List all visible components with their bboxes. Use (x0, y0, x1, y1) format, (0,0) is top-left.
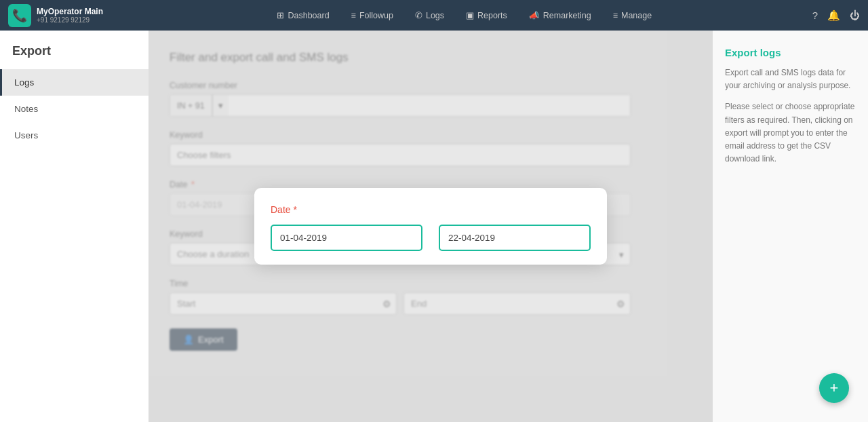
nav-remarketing[interactable]: 📣 Remarketing (519, 6, 601, 24)
date-popup-overlay: Date * (149, 31, 712, 422)
date-popup-label: Date * (271, 204, 591, 215)
brand-phone: +91 92129 92129 (37, 16, 103, 24)
nav-reports[interactable]: ▣ Reports (456, 6, 517, 24)
nav-dashboard[interactable]: ⊞ Dashboard (267, 6, 338, 24)
fab-button[interactable]: + (819, 373, 849, 403)
brand: 📞 MyOperator Main +91 92129 92129 (8, 4, 117, 27)
nav-manage[interactable]: ≡ Manage (604, 7, 661, 24)
sidebar-item-notes[interactable]: Notes (0, 96, 149, 122)
nav-logs[interactable]: ✆ Logs (406, 6, 454, 24)
top-navigation: 📞 MyOperator Main +91 92129 92129 ⊞ Dash… (0, 0, 868, 31)
right-panel-text-2: Please select or choose appropriate filt… (725, 100, 856, 166)
help-icon[interactable]: ? (812, 9, 818, 21)
main-layout: Export Logs Notes Users Filter and expor… (0, 31, 868, 422)
nav-links: ⊞ Dashboard ≡ Followup ✆ Logs ▣ Reports … (117, 6, 812, 24)
sidebar-item-logs[interactable]: Logs (0, 69, 149, 96)
date-popup-required-marker: * (293, 204, 296, 215)
nav-action-icons: ? 🔔 ⏻ (812, 9, 860, 22)
brand-logo: 📞 (8, 4, 31, 27)
right-panel-text-1: Export call and SMS logs data for your a… (725, 66, 856, 92)
sidebar: Export Logs Notes Users (0, 31, 149, 422)
right-panel: Export logs Export call and SMS logs dat… (712, 31, 868, 422)
sidebar-item-users[interactable]: Users (0, 122, 149, 149)
brand-text: MyOperator Main +91 92129 92129 (37, 7, 103, 24)
date-popup: Date * (254, 188, 607, 265)
sidebar-title: Export (0, 44, 149, 69)
nav-followup[interactable]: ≡ Followup (342, 7, 403, 24)
date-popup-end-input[interactable] (439, 225, 591, 251)
notification-icon[interactable]: 🔔 (827, 9, 840, 22)
right-panel-title: Export logs (725, 47, 856, 58)
date-popup-start-input[interactable] (271, 225, 422, 251)
date-popup-inputs-row (271, 225, 591, 251)
brand-logo-letter: 📞 (12, 8, 27, 23)
power-icon[interactable]: ⏻ (850, 9, 860, 21)
brand-name: MyOperator Main (37, 7, 103, 16)
